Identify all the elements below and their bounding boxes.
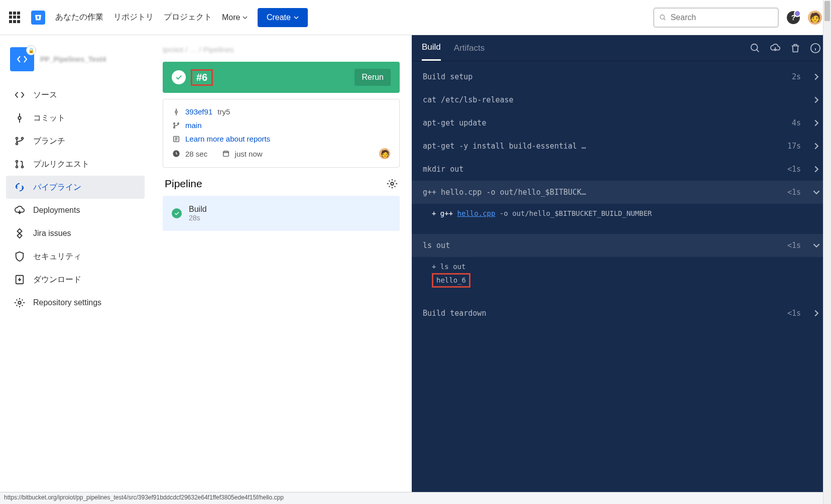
- svg-rect-16: [223, 151, 228, 156]
- success-icon: [172, 70, 186, 84]
- user-avatar[interactable]: 🧑: [808, 11, 822, 25]
- sidebar-item-commits[interactable]: コミット: [6, 106, 145, 130]
- chevron-right-icon: [813, 143, 820, 150]
- chevron-right-icon: [813, 73, 820, 80]
- run-banner: #6 Rerun: [163, 62, 400, 93]
- top-nav: あなたの作業 リポジトリ プロジェクト More Create ? 🧑: [0, 0, 831, 35]
- sidebar-item-source[interactable]: ソース: [6, 83, 145, 106]
- commit-icon: [172, 108, 180, 116]
- step-name: Build: [189, 205, 207, 213]
- chevron-down-icon: [813, 189, 820, 196]
- svg-point-0: [660, 15, 664, 19]
- output-highlight: hello_6: [432, 273, 470, 288]
- bitbucket-logo[interactable]: [31, 11, 45, 25]
- download-log-icon[interactable]: [770, 43, 781, 54]
- sidebar-item-security[interactable]: セキュリティ: [6, 245, 145, 268]
- svg-point-9: [18, 301, 21, 304]
- step-success-icon: [172, 208, 182, 218]
- sidebar-item-jira[interactable]: Jira issues: [6, 222, 145, 245]
- sidebar-item-pullrequests[interactable]: プルリクエスト: [6, 153, 145, 176]
- branch-name[interactable]: main: [185, 121, 202, 130]
- tab-build[interactable]: Build: [422, 42, 441, 61]
- run-duration: 28 sec: [185, 150, 207, 158]
- step-row[interactable]: cat /etc/lsb-release: [412, 88, 831, 111]
- clock-icon: [172, 150, 180, 158]
- create-button[interactable]: Create: [258, 8, 308, 27]
- step-output: + g++ hello.cpp -o out/hello_$BITBUCKET_…: [412, 204, 831, 234]
- branch-icon: [172, 121, 180, 130]
- commit-msg: try5: [217, 107, 230, 116]
- terminal-body: Build setup 2s cat /etc/lsb-release apt-…: [412, 61, 831, 492]
- nav-projects[interactable]: プロジェクト: [164, 12, 212, 23]
- search-box[interactable]: [653, 8, 779, 28]
- pipeline-settings-icon[interactable]: [387, 178, 398, 189]
- calendar-icon: [222, 150, 230, 158]
- run-info-card: 393ef91 try5 main Learn more about repor…: [163, 99, 400, 168]
- nav-repositories[interactable]: リポジトリ: [113, 12, 154, 23]
- step-row[interactable]: apt-get -y install build-essential … 17s: [412, 135, 831, 158]
- delete-log-icon[interactable]: [790, 43, 801, 54]
- sidebar: PP_Pipelines_Test4 ソース コミット ブランチ プルリクエスト…: [0, 35, 151, 492]
- svg-point-18: [751, 44, 758, 50]
- search-input[interactable]: [670, 13, 773, 22]
- run-when: just now: [235, 150, 263, 158]
- sidebar-item-branches[interactable]: ブランチ: [6, 130, 145, 153]
- step-row[interactable]: Build setup 2s: [412, 65, 831, 88]
- file-link[interactable]: hello.cpp: [457, 209, 496, 217]
- reports-icon: [172, 135, 180, 143]
- svg-point-10: [175, 111, 177, 113]
- sidebar-item-pipelines[interactable]: パイプライン: [6, 176, 145, 199]
- info-icon[interactable]: [810, 43, 821, 54]
- search-log-icon[interactable]: [750, 43, 761, 54]
- main-content: iproiot / … / Pipelines #6 Rerun 393ef91…: [151, 35, 412, 492]
- help-icon[interactable]: ?: [787, 11, 800, 24]
- svg-point-5: [16, 161, 18, 163]
- svg-point-2: [16, 138, 18, 140]
- pipeline-title: Pipeline: [165, 178, 202, 190]
- app-switcher-icon[interactable]: [9, 12, 21, 24]
- repo-icon: [10, 47, 34, 71]
- chevron-down-icon: [813, 242, 820, 249]
- status-bar: https://bitbucket.org/iproiot/pp_pipelin…: [0, 492, 831, 504]
- reports-link[interactable]: Learn more about reports: [185, 135, 270, 143]
- chevron-right-icon: [813, 310, 820, 317]
- svg-point-3: [16, 143, 18, 145]
- terminal-panel: Build Artifacts Build setup 2s cat /etc/…: [412, 35, 831, 492]
- step-row[interactable]: mkdir out <1s: [412, 158, 831, 181]
- rerun-button[interactable]: Rerun: [354, 69, 391, 86]
- svg-point-1: [18, 116, 21, 119]
- search-icon: [659, 14, 666, 22]
- sidebar-item-deployments[interactable]: Deployments: [6, 199, 145, 222]
- step-row[interactable]: apt-get update 4s: [412, 111, 831, 135]
- repo-name[interactable]: PP_Pipelines_Test4: [40, 55, 106, 63]
- step-row[interactable]: ls out <1s: [412, 234, 831, 257]
- scrollbar[interactable]: [823, 0, 831, 504]
- step-row[interactable]: Build teardown <1s: [412, 302, 831, 325]
- svg-point-7: [22, 166, 24, 168]
- svg-point-6: [16, 166, 18, 168]
- svg-point-17: [391, 182, 394, 185]
- step-duration: 28s: [189, 214, 207, 222]
- svg-point-13: [178, 122, 179, 124]
- svg-point-12: [174, 127, 175, 128]
- step-row[interactable]: g++ hello.cpp -o out/hello_$BITBUCK… <1s: [412, 181, 831, 204]
- nav-more[interactable]: More: [222, 13, 248, 22]
- run-number: #6: [191, 69, 213, 86]
- sidebar-item-downloads[interactable]: ダウンロード: [6, 268, 145, 291]
- svg-point-4: [22, 138, 24, 140]
- pipeline-step-card[interactable]: Build 28s: [163, 196, 400, 231]
- svg-point-11: [174, 122, 175, 124]
- step-output: + ls out hello_6: [412, 257, 831, 302]
- nav-your-work[interactable]: あなたの作業: [55, 12, 103, 23]
- tab-artifacts[interactable]: Artifacts: [454, 43, 485, 60]
- chevron-right-icon: [813, 119, 820, 127]
- commit-hash[interactable]: 393ef91: [185, 107, 212, 116]
- author-avatar[interactable]: 🧑: [379, 148, 390, 159]
- breadcrumb[interactable]: iproiot / … / Pipelines: [163, 45, 400, 54]
- chevron-right-icon: [813, 96, 820, 103]
- sidebar-item-settings[interactable]: Repository settings: [6, 291, 145, 314]
- chevron-right-icon: [813, 166, 820, 173]
